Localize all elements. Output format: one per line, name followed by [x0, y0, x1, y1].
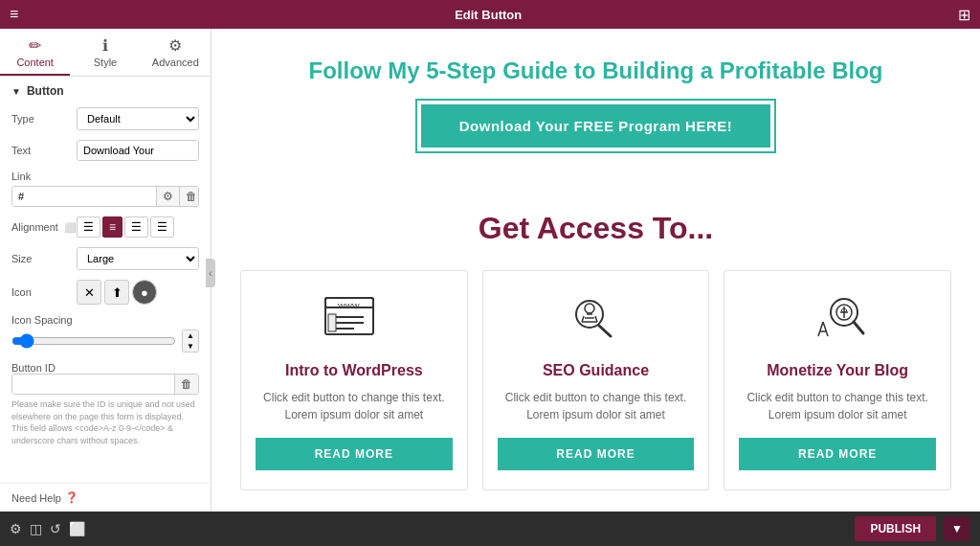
content-tab-icon: ✏ — [29, 36, 41, 55]
type-field-row: Type Default Info Success Warning Danger — [11, 107, 199, 130]
icon-spacing-spinner: ▲ ▼ — [182, 330, 199, 353]
type-control: Default Info Success Warning Danger — [77, 107, 199, 130]
card-wordpress-title: Intro to WordPress — [256, 362, 453, 379]
align-left-button[interactable]: ☰ — [77, 216, 100, 238]
button-id-row: Button ID 🗑 Please make sure the ID is u… — [11, 362, 199, 446]
icon-spacing-control: ▲ ▼ — [11, 330, 199, 353]
right-content: Follow My 5-Step Guide to Building a Pro… — [212, 29, 980, 512]
link-settings-icon[interactable]: ⚙ — [156, 187, 179, 206]
card-seo-btn[interactable]: READ MORE — [498, 438, 695, 470]
need-help-label: Need Help — [11, 492, 61, 504]
icon-library-button[interactable]: ⬆ — [104, 280, 129, 305]
seo-icon — [498, 290, 695, 348]
icon-label: Icon — [11, 286, 77, 298]
button-id-input[interactable] — [12, 375, 174, 394]
settings-icon[interactable]: ⚙ — [10, 521, 22, 536]
style-tab-icon: ℹ — [102, 36, 108, 55]
button-id-control: 🗑 — [11, 374, 199, 395]
button-id-help-text: Please make sure the ID is unique and no… — [11, 398, 199, 446]
canvas-area: Follow My 5-Step Guide to Building a Pro… — [212, 29, 980, 512]
card-monetize-text: Click edit button to change this text. L… — [739, 389, 936, 423]
get-access-title: Get Access To... — [240, 211, 951, 246]
button-id-delete-icon[interactable]: 🗑 — [174, 375, 198, 394]
text-field-row: Text 🗑 — [11, 140, 199, 161]
tab-content[interactable]: ✏ Content — [0, 29, 70, 76]
alignment-label: Alignment ⬜ — [11, 221, 77, 233]
top-bar: ≡ Edit Button ⊞ — [0, 0, 980, 29]
card-monetize-title: Monetize Your Blog — [739, 362, 936, 379]
hero-section: Follow My 5-Step Guide to Building a Pro… — [240, 48, 951, 192]
svg-line-12 — [599, 326, 611, 336]
icon-spacing-label: Icon Spacing — [11, 314, 199, 326]
link-field-row: Link ⚙ 🗑 — [11, 171, 199, 207]
card-seo-text: Click edit button to change this text. L… — [498, 389, 695, 423]
link-input[interactable] — [12, 187, 156, 206]
text-control: 🗑 — [77, 140, 199, 161]
cta-button[interactable]: Download Your FREE Program HERE! — [421, 104, 770, 148]
menu-icon[interactable]: ≡ — [10, 6, 18, 23]
link-delete-icon[interactable]: 🗑 — [179, 187, 199, 206]
type-select[interactable]: Default Info Success Warning Danger — [77, 107, 199, 130]
card-monetize: Monetize Your Blog Click edit button to … — [724, 270, 951, 490]
svg-line-9 — [582, 316, 584, 322]
align-justify-button[interactable]: ☰ — [150, 216, 174, 238]
grid-icon[interactable]: ⊞ — [958, 6, 970, 24]
align-right-button[interactable]: ☰ — [124, 216, 148, 238]
icon-field-row: Icon ✕ ⬆ ● — [11, 280, 199, 305]
alignment-field-row: Alignment ⬜ ☰ ≡ ☰ ☰ — [11, 216, 199, 238]
button-section-header[interactable]: ▼ Button — [11, 84, 199, 98]
size-label: Size — [11, 253, 77, 264]
collapse-handle[interactable]: ‹ — [206, 259, 215, 287]
tab-advanced[interactable]: ⚙ Advanced — [141, 29, 211, 76]
spinner-down[interactable]: ▼ — [183, 341, 198, 352]
link-label: Link — [11, 171, 199, 182]
monetize-icon — [739, 290, 936, 348]
icon-spacing-slider[interactable] — [11, 333, 176, 349]
spinner-up[interactable]: ▲ — [183, 330, 198, 341]
svg-point-8 — [585, 304, 594, 313]
text-input[interactable] — [78, 141, 199, 160]
section-label: Button — [27, 84, 64, 98]
align-center-button[interactable]: ≡ — [102, 216, 122, 238]
svg-line-10 — [595, 316, 597, 322]
icon-spacing-row: Icon Spacing ▲ ▼ — [11, 314, 199, 353]
card-seo: SEO Guidance Click edit button to change… — [482, 270, 710, 490]
alignment-buttons: ☰ ≡ ☰ ☰ — [77, 216, 174, 238]
advanced-tab-icon: ⚙ — [168, 36, 182, 55]
tab-style-label: Style — [94, 57, 117, 68]
type-label: Type — [11, 113, 77, 125]
icon-circle-button[interactable]: ● — [132, 280, 157, 305]
cards-row: WWW Intro to WordPress Click edit button… — [240, 270, 951, 490]
size-field-row: Size Small Medium Large Extra Large — [11, 247, 199, 270]
tab-style[interactable]: ℹ Style — [70, 29, 140, 76]
publish-arrow-button[interactable]: ▼ — [944, 516, 970, 541]
card-wordpress: WWW Intro to WordPress Click edit button… — [240, 270, 468, 490]
button-id-label: Button ID — [11, 362, 77, 374]
size-control: Small Medium Large Extra Large — [77, 247, 199, 270]
need-help-section: Need Help ❓ — [0, 483, 211, 512]
publish-button[interactable]: PUBLISH — [855, 516, 936, 541]
wordpress-icon: WWW — [256, 290, 453, 348]
card-wordpress-btn[interactable]: READ MORE — [256, 438, 453, 470]
help-icon[interactable]: ❓ — [65, 491, 78, 504]
icon-remove-button[interactable]: ✕ — [77, 280, 101, 305]
layers-icon[interactable]: ◫ — [30, 521, 42, 536]
main-layout: ✏ Content ℹ Style ⚙ Advanced ▼ Button Ty… — [0, 29, 980, 512]
history-icon[interactable]: ↺ — [50, 521, 61, 536]
svg-line-16 — [854, 322, 863, 333]
card-seo-title: SEO Guidance — [498, 362, 695, 379]
cta-button-border: Download Your FREE Program HERE! — [415, 99, 776, 153]
cta-button-wrapper: Download Your FREE Program HERE! — [240, 99, 951, 153]
svg-text:WWW: WWW — [338, 302, 360, 310]
icon-picker: ✕ ⬆ ● — [77, 280, 157, 305]
hero-title: Follow My 5-Step Guide to Building a Pro… — [240, 57, 951, 84]
card-wordpress-text: Click edit button to change this text. L… — [256, 389, 453, 423]
text-label: Text — [11, 145, 77, 156]
card-monetize-btn[interactable]: READ MORE — [739, 438, 936, 470]
size-select[interactable]: Small Medium Large Extra Large — [77, 247, 199, 270]
tab-content-label: Content — [16, 57, 54, 68]
panel-content: ▼ Button Type Default Info Success Warni… — [0, 77, 211, 483]
panel-title: Edit Button — [455, 8, 522, 22]
tab-advanced-label: Advanced — [152, 57, 199, 68]
responsive-icon[interactable]: ⬜ — [69, 521, 85, 536]
